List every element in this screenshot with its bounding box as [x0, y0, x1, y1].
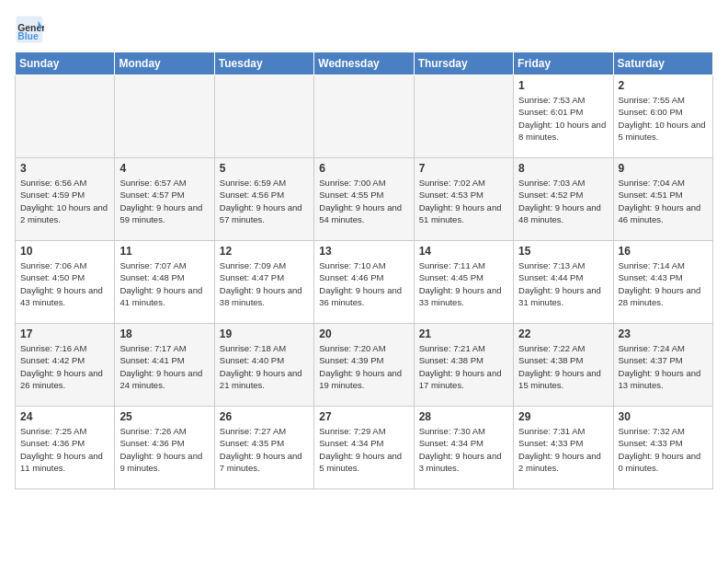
day-number: 3 — [20, 162, 109, 175]
svg-text:Blue: Blue — [17, 31, 39, 41]
day-number: 13 — [319, 245, 408, 258]
day-number: 4 — [119, 162, 209, 175]
day-number: 30 — [619, 410, 708, 423]
calendar-cell: 18Sunrise: 7:17 AM Sunset: 4:41 PM Dayli… — [115, 324, 214, 407]
day-number: 6 — [319, 162, 408, 175]
day-number: 20 — [319, 327, 408, 340]
calendar-cell — [214, 75, 313, 158]
calendar-cell: 29Sunrise: 7:31 AM Sunset: 4:33 PM Dayli… — [514, 407, 613, 489]
day-number: 19 — [220, 327, 309, 340]
day-number: 25 — [119, 410, 209, 423]
day-info: Sunrise: 7:27 AM Sunset: 4:35 PM Dayligh… — [220, 425, 309, 474]
calendar-cell: 10Sunrise: 7:06 AM Sunset: 4:50 PM Dayli… — [16, 241, 115, 324]
day-number: 29 — [518, 410, 608, 423]
day-number: 21 — [419, 327, 508, 340]
day-number: 1 — [518, 79, 608, 92]
calendar-cell — [414, 75, 513, 158]
calendar-cell: 8Sunrise: 7:03 AM Sunset: 4:52 PM Daylig… — [514, 158, 613, 241]
day-info: Sunrise: 7:02 AM Sunset: 4:53 PM Dayligh… — [419, 177, 508, 225]
day-info: Sunrise: 7:13 AM Sunset: 4:44 PM Dayligh… — [518, 259, 608, 308]
calendar-cell — [115, 75, 214, 158]
day-info: Sunrise: 6:59 AM Sunset: 4:56 PM Dayligh… — [220, 177, 309, 225]
logo-icon: General Blue — [15, 15, 44, 44]
calendar-cell: 6Sunrise: 7:00 AM Sunset: 4:55 PM Daylig… — [314, 158, 414, 241]
day-number: 5 — [220, 162, 309, 175]
day-info: Sunrise: 7:29 AM Sunset: 4:34 PM Dayligh… — [319, 425, 408, 474]
day-info: Sunrise: 7:24 AM Sunset: 4:37 PM Dayligh… — [619, 342, 708, 391]
day-number: 24 — [20, 410, 109, 423]
day-info: Sunrise: 7:09 AM Sunset: 4:47 PM Dayligh… — [220, 259, 309, 308]
day-info: Sunrise: 7:31 AM Sunset: 4:33 PM Dayligh… — [518, 425, 608, 474]
day-info: Sunrise: 7:06 AM Sunset: 4:50 PM Dayligh… — [20, 259, 109, 308]
day-info: Sunrise: 7:17 AM Sunset: 4:41 PM Dayligh… — [119, 342, 209, 391]
calendar-cell: 15Sunrise: 7:13 AM Sunset: 4:44 PM Dayli… — [514, 241, 613, 324]
calendar-cell: 20Sunrise: 7:20 AM Sunset: 4:39 PM Dayli… — [314, 324, 414, 407]
page-header: General Blue — [15, 15, 713, 44]
calendar-cell: 7Sunrise: 7:02 AM Sunset: 4:53 PM Daylig… — [414, 158, 513, 241]
day-number: 2 — [619, 79, 708, 92]
calendar-cell: 11Sunrise: 7:07 AM Sunset: 4:48 PM Dayli… — [115, 241, 214, 324]
calendar-cell: 3Sunrise: 6:56 AM Sunset: 4:59 PM Daylig… — [16, 158, 115, 241]
calendar-cell: 5Sunrise: 6:59 AM Sunset: 4:56 PM Daylig… — [214, 158, 313, 241]
day-number: 11 — [119, 245, 209, 258]
calendar-cell: 4Sunrise: 6:57 AM Sunset: 4:57 PM Daylig… — [115, 158, 214, 241]
day-info: Sunrise: 7:14 AM Sunset: 4:43 PM Dayligh… — [619, 259, 708, 308]
day-number: 12 — [220, 245, 309, 258]
weekday-header: Monday — [115, 52, 214, 75]
weekday-header: Tuesday — [214, 52, 313, 75]
day-info: Sunrise: 7:03 AM Sunset: 4:52 PM Dayligh… — [518, 177, 608, 225]
day-info: Sunrise: 7:53 AM Sunset: 6:01 PM Dayligh… — [518, 94, 608, 143]
calendar-cell: 26Sunrise: 7:27 AM Sunset: 4:35 PM Dayli… — [214, 407, 313, 489]
calendar-cell — [16, 75, 115, 158]
day-number: 16 — [619, 245, 708, 258]
day-info: Sunrise: 7:32 AM Sunset: 4:33 PM Dayligh… — [619, 425, 708, 474]
day-number: 14 — [419, 245, 508, 258]
day-info: Sunrise: 7:04 AM Sunset: 4:51 PM Dayligh… — [619, 177, 708, 225]
calendar-cell: 9Sunrise: 7:04 AM Sunset: 4:51 PM Daylig… — [613, 158, 712, 241]
day-info: Sunrise: 7:10 AM Sunset: 4:46 PM Dayligh… — [319, 259, 408, 308]
day-info: Sunrise: 7:25 AM Sunset: 4:36 PM Dayligh… — [20, 425, 109, 474]
calendar-cell: 25Sunrise: 7:26 AM Sunset: 4:36 PM Dayli… — [115, 407, 214, 489]
day-info: Sunrise: 6:56 AM Sunset: 4:59 PM Dayligh… — [20, 177, 109, 225]
calendar-cell: 12Sunrise: 7:09 AM Sunset: 4:47 PM Dayli… — [214, 241, 313, 324]
calendar-cell: 30Sunrise: 7:32 AM Sunset: 4:33 PM Dayli… — [613, 407, 712, 489]
day-info: Sunrise: 7:00 AM Sunset: 4:55 PM Dayligh… — [319, 177, 408, 225]
day-number: 26 — [220, 410, 309, 423]
day-number: 28 — [419, 410, 508, 423]
calendar-cell: 1Sunrise: 7:53 AM Sunset: 6:01 PM Daylig… — [514, 75, 613, 158]
calendar-cell: 16Sunrise: 7:14 AM Sunset: 4:43 PM Dayli… — [613, 241, 712, 324]
day-info: Sunrise: 7:22 AM Sunset: 4:38 PM Dayligh… — [518, 342, 608, 391]
weekday-header: Sunday — [16, 52, 115, 75]
weekday-header: Thursday — [414, 52, 513, 75]
day-number: 9 — [619, 162, 708, 175]
calendar-cell: 28Sunrise: 7:30 AM Sunset: 4:34 PM Dayli… — [414, 407, 513, 489]
calendar-cell: 17Sunrise: 7:16 AM Sunset: 4:42 PM Dayli… — [16, 324, 115, 407]
weekday-header: Wednesday — [314, 52, 414, 75]
calendar-table: SundayMondayTuesdayWednesdayThursdayFrid… — [15, 52, 713, 489]
weekday-header: Friday — [514, 52, 613, 75]
day-number: 8 — [518, 162, 608, 175]
day-number: 17 — [20, 327, 109, 340]
calendar-cell: 14Sunrise: 7:11 AM Sunset: 4:45 PM Dayli… — [414, 241, 513, 324]
calendar-cell: 24Sunrise: 7:25 AM Sunset: 4:36 PM Dayli… — [16, 407, 115, 489]
calendar-cell: 21Sunrise: 7:21 AM Sunset: 4:38 PM Dayli… — [414, 324, 513, 407]
day-number: 10 — [20, 245, 109, 258]
day-info: Sunrise: 7:11 AM Sunset: 4:45 PM Dayligh… — [419, 259, 508, 308]
calendar-cell: 23Sunrise: 7:24 AM Sunset: 4:37 PM Dayli… — [613, 324, 712, 407]
day-info: Sunrise: 6:57 AM Sunset: 4:57 PM Dayligh… — [119, 177, 209, 225]
day-number: 15 — [518, 245, 608, 258]
day-info: Sunrise: 7:55 AM Sunset: 6:00 PM Dayligh… — [619, 94, 708, 143]
calendar-cell: 27Sunrise: 7:29 AM Sunset: 4:34 PM Dayli… — [314, 407, 414, 489]
calendar-cell: 13Sunrise: 7:10 AM Sunset: 4:46 PM Dayli… — [314, 241, 414, 324]
logo: General Blue — [15, 15, 48, 44]
day-number: 22 — [518, 327, 608, 340]
day-number: 18 — [119, 327, 209, 340]
day-number: 7 — [419, 162, 508, 175]
calendar-cell: 2Sunrise: 7:55 AM Sunset: 6:00 PM Daylig… — [613, 75, 712, 158]
day-info: Sunrise: 7:07 AM Sunset: 4:48 PM Dayligh… — [119, 259, 209, 308]
day-info: Sunrise: 7:20 AM Sunset: 4:39 PM Dayligh… — [319, 342, 408, 391]
calendar-cell: 19Sunrise: 7:18 AM Sunset: 4:40 PM Dayli… — [214, 324, 313, 407]
calendar-cell — [314, 75, 414, 158]
day-info: Sunrise: 7:30 AM Sunset: 4:34 PM Dayligh… — [419, 425, 508, 474]
weekday-header: Saturday — [613, 52, 712, 75]
